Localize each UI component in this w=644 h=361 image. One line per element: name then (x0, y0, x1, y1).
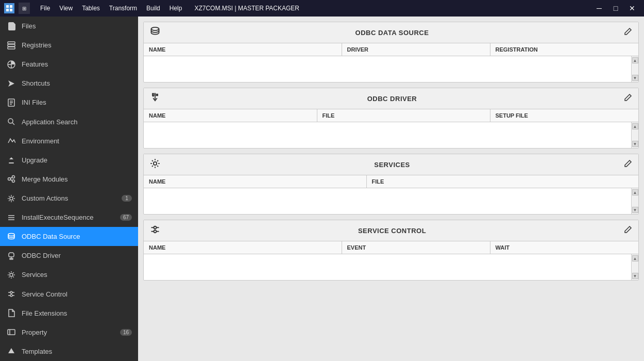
scroll-down-arrow[interactable]: ▼ (632, 141, 638, 147)
svg-rect-35 (8, 330, 15, 335)
sidebar-item-install-execute[interactable]: InstallExecuteSequence 67 (0, 208, 138, 227)
shortcuts-label: Shortcuts (22, 79, 132, 87)
svg-rect-1 (10, 5, 12, 8)
content-area: ODBC DATA SOURCE NAME DRIVER REGISTRATIO… (138, 17, 644, 361)
service-control-scrollbar[interactable]: ▲ ▼ (631, 254, 638, 280)
odbc-driver-header: ODBC DRIVER (144, 88, 638, 109)
menu-file[interactable]: File (36, 3, 54, 14)
services-body: NAME FILE ▲ ▼ (144, 175, 638, 214)
sidebar-item-services[interactable]: Services (0, 265, 138, 284)
sidebar-item-upgrade[interactable]: Upgrade (0, 151, 138, 170)
main-layout: Files Registries Features Shortcuts INI (0, 17, 644, 361)
odbc-data-source-edit-button[interactable] (624, 27, 632, 38)
sidebar-item-environment[interactable]: Environment (0, 132, 138, 151)
property-label: Property (22, 329, 115, 336)
registries-label: Registries (22, 41, 132, 49)
property-badge: 16 (120, 329, 132, 336)
install-execute-icon (6, 212, 16, 223)
col-file: FILE (317, 109, 490, 122)
col-name: NAME (144, 241, 342, 254)
services-scroll: ▲ ▼ (144, 188, 638, 214)
col-name: NAME (144, 175, 366, 188)
sidebar-item-custom-actions[interactable]: Custom Actions 1 (0, 189, 138, 208)
svg-rect-6 (8, 47, 15, 49)
custom-actions-label: Custom Actions (22, 194, 116, 202)
col-name: NAME (144, 43, 342, 56)
sidebar-item-features[interactable]: Features (0, 55, 138, 74)
sidebar-item-merge-modules[interactable]: Merge Modules (0, 170, 138, 189)
svg-point-13 (8, 119, 13, 123)
services-label: Services (22, 271, 132, 278)
sidebar-item-files[interactable]: Files (0, 17, 138, 36)
service-control-body: NAME EVENT WAIT ▲ ▼ (144, 241, 638, 280)
col-registration: REGISTRATION (490, 43, 638, 56)
col-setup-file: SETUP FILE (490, 109, 638, 122)
scroll-down-arrow[interactable]: ▼ (632, 75, 638, 81)
scroll-up-arrow[interactable]: ▲ (632, 189, 638, 195)
ini-files-label: INI Files (22, 99, 132, 106)
install-execute-badge: 67 (120, 214, 132, 221)
maximize-button[interactable]: □ (608, 3, 623, 14)
menu-bar: File View Tables Transform Build Help (36, 3, 186, 14)
scroll-up-arrow[interactable]: ▲ (632, 123, 638, 129)
file-extensions-label: File Extensions (22, 309, 132, 317)
odbc-data-source-title: ODBC DATA SOURCE (164, 29, 620, 37)
sidebar-item-templates[interactable]: Templates (0, 342, 138, 361)
environment-icon (6, 136, 16, 146)
merge-modules-label: Merge Modules (22, 175, 132, 183)
odbc-data-source-table: NAME DRIVER REGISTRATION (144, 43, 638, 56)
sidebar-item-registries[interactable]: Registries (0, 36, 138, 55)
services-edit-button[interactable] (624, 159, 632, 170)
menu-help[interactable]: Help (165, 3, 187, 14)
menu-view[interactable]: View (55, 3, 77, 14)
sidebar-item-odbc-data-source[interactable]: ODBC Data Source (0, 227, 138, 246)
odbc-data-source-label: ODBC Data Source (22, 233, 132, 240)
sidebar-item-shortcuts[interactable]: Shortcuts (0, 74, 138, 93)
menu-build[interactable]: Build (142, 3, 164, 14)
files-label: Files (22, 22, 132, 30)
minimize-button[interactable]: ─ (591, 3, 607, 14)
scroll-down-arrow[interactable]: ▼ (632, 207, 638, 213)
sliders-icon (150, 224, 160, 237)
scroll-down-arrow[interactable]: ▼ (632, 273, 638, 279)
svg-marker-8 (8, 80, 14, 87)
odbc-data-source-scrollbar[interactable]: ▲ ▼ (631, 56, 638, 82)
scroll-up-arrow[interactable]: ▲ (632, 57, 638, 63)
sidebar-item-application-search[interactable]: Application Search (0, 112, 138, 132)
grid-icon[interactable]: ⊞ (19, 3, 30, 14)
svg-rect-5 (8, 44, 15, 46)
features-icon (6, 59, 16, 70)
col-name: NAME (144, 109, 317, 122)
svg-point-33 (10, 291, 12, 293)
environment-label: Environment (22, 137, 132, 145)
svg-point-17 (12, 176, 15, 178)
odbc-driver-card: ODBC DRIVER NAME FILE SETUP FILE (143, 88, 639, 149)
sidebar-item-service-control[interactable]: Service Control (0, 285, 138, 304)
window-controls: ─ □ ✕ (591, 3, 640, 14)
svg-rect-0 (6, 5, 9, 8)
svg-point-41 (154, 162, 157, 165)
file-extensions-icon (6, 308, 16, 318)
menu-tables[interactable]: Tables (78, 3, 104, 14)
sidebar-item-odbc-driver[interactable]: ODBC Driver (0, 246, 138, 265)
services-scrollbar[interactable]: ▲ ▼ (631, 188, 638, 214)
odbc-driver-scroll: ▲ ▼ (144, 122, 638, 148)
sidebar-item-ini-files[interactable]: INI Files (0, 93, 138, 112)
service-control-edit-button[interactable] (624, 225, 632, 236)
menu-transform[interactable]: Transform (105, 3, 141, 14)
ini-files-icon (6, 97, 16, 108)
sidebar-item-file-extensions[interactable]: File Extensions (0, 304, 138, 323)
service-control-header: SERVICE CONTROL (144, 220, 638, 241)
services-title: SERVICES (164, 161, 620, 169)
svg-point-47 (154, 230, 157, 233)
close-button[interactable]: ✕ (624, 3, 640, 14)
odbc-driver-scrollbar[interactable]: ▲ ▼ (631, 122, 638, 148)
gear-icon (150, 158, 160, 171)
sidebar-item-property[interactable]: Property 16 (0, 323, 138, 342)
odbc-data-source-icon (6, 232, 16, 242)
odbc-driver-edit-button[interactable] (624, 93, 632, 104)
scroll-up-arrow[interactable]: ▲ (632, 255, 638, 261)
svg-line-14 (12, 123, 14, 125)
svg-point-34 (10, 294, 12, 297)
service-control-card: SERVICE CONTROL NAME EVENT WAIT (143, 220, 639, 281)
